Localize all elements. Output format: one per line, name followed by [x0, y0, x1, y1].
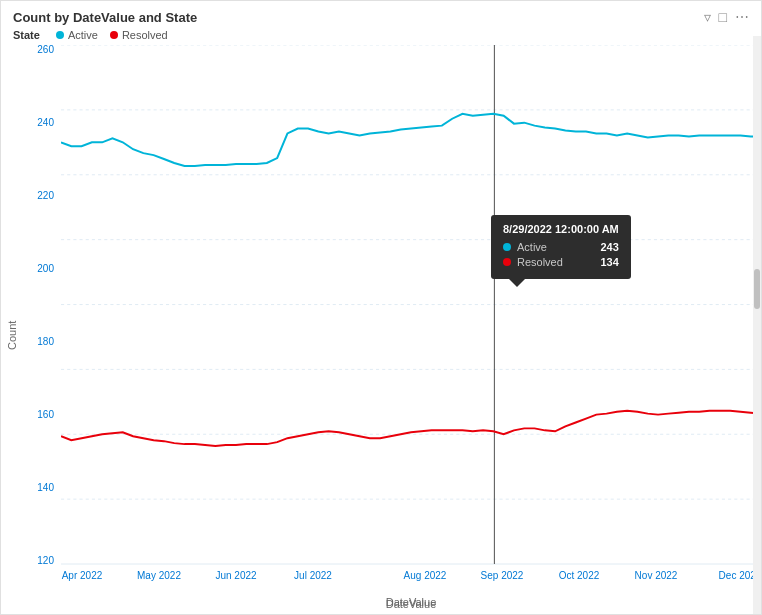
- chart-container: Count by DateValue and State ▿ □ ⋯ State…: [0, 0, 762, 615]
- y-tick-260: 260: [37, 45, 54, 55]
- expand-icon[interactable]: □: [719, 9, 727, 25]
- chart-svg: [61, 45, 761, 566]
- chart-header: Count by DateValue and State ▿ □ ⋯: [1, 1, 761, 27]
- scrollbar-thumb[interactable]: [754, 269, 760, 309]
- svg-area: 8/29/2022 12:00:00 AM Active 243 Resolve…: [61, 45, 761, 566]
- chart-plot-area[interactable]: 260 240 220 200 180 160 140 120: [23, 45, 761, 596]
- x-tick-nov: Nov 2022: [635, 570, 678, 581]
- y-tick-240: 240: [37, 118, 54, 128]
- y-tick-220: 220: [37, 191, 54, 201]
- x-tick-oct: Oct 2022: [559, 570, 600, 581]
- y-tick-160: 160: [37, 410, 54, 420]
- more-icon[interactable]: ⋯: [735, 9, 749, 25]
- x-tick-aug: Aug 2022: [404, 570, 447, 581]
- legend-item-active: Active: [56, 29, 98, 41]
- y-tick-120: 120: [37, 556, 54, 566]
- x-tick-jul: Jul 2022: [294, 570, 332, 581]
- scrollbar[interactable]: [753, 36, 761, 614]
- legend-item-resolved: Resolved: [110, 29, 168, 41]
- x-axis: Apr 2022 May 2022 Jun 2022 Jul 2022 Aug …: [61, 566, 761, 596]
- chart-icons: ▿ □ ⋯: [704, 9, 749, 25]
- x-axis-label: DateValue: [61, 598, 761, 612]
- filter-icon[interactable]: ▿: [704, 9, 711, 25]
- legend-label-resolved: Resolved: [122, 29, 168, 41]
- chart-title: Count by DateValue and State: [13, 10, 197, 25]
- x-tick-apr: Apr 2022: [62, 570, 103, 581]
- legend-dot-resolved: [110, 31, 118, 39]
- legend-state-label: State: [13, 29, 40, 41]
- y-axis: 260 240 220 200 180 160 140 120: [23, 45, 58, 566]
- legend-dot-active: [56, 31, 64, 39]
- legend-label-active: Active: [68, 29, 98, 41]
- x-tick-jun: Jun 2022: [215, 570, 256, 581]
- x-tick-may: May 2022: [137, 570, 181, 581]
- legend: State Active Resolved: [1, 27, 761, 45]
- y-tick-140: 140: [37, 483, 54, 493]
- y-tick-180: 180: [37, 337, 54, 347]
- x-tick-sep: Sep 2022: [481, 570, 524, 581]
- chart-body: Count 260 240 220 200 180 160 140 120: [1, 45, 761, 596]
- y-axis-label: Count: [1, 45, 23, 596]
- y-tick-200: 200: [37, 264, 54, 274]
